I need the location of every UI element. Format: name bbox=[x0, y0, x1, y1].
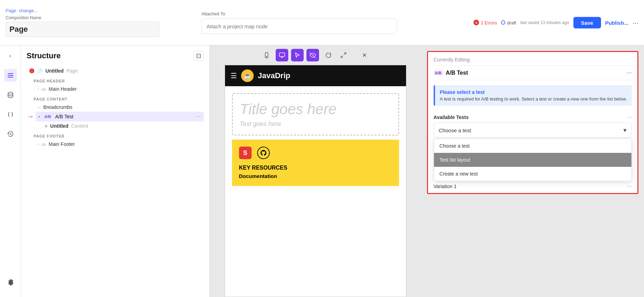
gear-icon bbox=[7, 279, 14, 286]
top-bar-right: ✕ 2 Errors draft last saved 13 minutes a… bbox=[473, 17, 638, 28]
back-button[interactable]: ‹ bbox=[4, 50, 17, 62]
page-label: Page change... bbox=[6, 8, 187, 13]
draft-circle bbox=[501, 21, 505, 25]
preview-key-resources: KEY RESOURCES bbox=[239, 165, 392, 171]
rp-ab-test-label: A/B Test bbox=[446, 70, 468, 76]
layers-button[interactable] bbox=[4, 69, 17, 82]
page-text: Page bbox=[6, 8, 16, 13]
page-footer-label: PAGE FOOTER bbox=[34, 134, 204, 138]
stripe-icon: S bbox=[239, 147, 252, 159]
rp-dropdown-menu: Choose a test Test list layout Create a … bbox=[434, 139, 632, 181]
variation-label: Variation 1 bbox=[434, 184, 457, 189]
desktop-preview-button[interactable] bbox=[276, 49, 288, 61]
braces-icon bbox=[7, 111, 14, 118]
untitled-content-label: Untitled Content bbox=[50, 123, 88, 129]
eye-slash-icon bbox=[310, 52, 316, 58]
tree-item-ab-test[interactable]: ▾ A/B A/B Test ··· bbox=[36, 112, 204, 121]
top-bar: Page change... Composition Name Attached… bbox=[0, 0, 644, 45]
rp-header: Currently Editing bbox=[428, 52, 637, 66]
back-icon: ‹ bbox=[9, 53, 11, 59]
database-button[interactable] bbox=[4, 89, 17, 101]
change-link[interactable]: change... bbox=[19, 8, 38, 13]
footer-layout-icon: ▭ bbox=[42, 142, 46, 147]
untitled-page-label: Untitled Page bbox=[45, 68, 78, 74]
tree-item-untitled-page[interactable]: ! 📄 Untitled Page bbox=[27, 66, 204, 75]
expand-button[interactable] bbox=[337, 49, 350, 61]
main-footer-label: Main Footer bbox=[49, 141, 75, 147]
expand-icon bbox=[340, 52, 347, 58]
tree-item-main-footer[interactable]: › ▭ Main Footer bbox=[27, 140, 204, 149]
ab-test-label: A/B Test bbox=[55, 114, 73, 119]
close-icon bbox=[362, 52, 367, 58]
choose-test-dropdown[interactable]: Choose a test ▾ bbox=[434, 122, 632, 138]
sidebar-header: Structure ⊡ bbox=[21, 45, 209, 64]
braces-button[interactable] bbox=[4, 108, 17, 121]
eye-slash-button[interactable] bbox=[306, 49, 319, 61]
svg-rect-1 bbox=[8, 75, 13, 76]
hamburger-icon: ☰ bbox=[231, 72, 237, 80]
sidebar-tree: ! 📄 Untitled Page PAGE HEADER › ▭ Main H… bbox=[21, 64, 209, 151]
pointer-button[interactable] bbox=[291, 49, 304, 61]
chevron-right-icon: › bbox=[38, 87, 39, 91]
preview-text: Text goes here bbox=[240, 120, 391, 128]
ab-test-more-button[interactable]: ··· bbox=[196, 113, 201, 120]
preview-toolbar bbox=[210, 45, 421, 65]
sidebar-collapse-button[interactable]: ⊡ bbox=[194, 51, 204, 61]
dropdown-option-choose[interactable]: Choose a test bbox=[434, 139, 631, 153]
variation-more-button[interactable]: ··· bbox=[627, 183, 632, 190]
preview-icons: S bbox=[239, 147, 392, 159]
draft-badge: draft bbox=[501, 20, 516, 25]
preview-nav: ☰ ☕ JavaDrip bbox=[225, 65, 406, 86]
svg-point-5 bbox=[266, 57, 267, 57]
attach-input[interactable] bbox=[201, 18, 397, 34]
preview-frame: ☰ ☕ JavaDrip Title goes here Text goes h… bbox=[225, 65, 406, 297]
settings-button[interactable] bbox=[4, 276, 17, 289]
rp-item-more-button[interactable]: ··· bbox=[627, 69, 632, 76]
desktop-icon bbox=[279, 52, 285, 58]
chevron-down-icon-ab: ▾ bbox=[38, 115, 40, 119]
tree-item-breadcrumbs[interactable]: ··· Breadcrumbs bbox=[27, 103, 204, 112]
rp-available-tests-label: Available Tests bbox=[434, 114, 469, 120]
redo-button[interactable] bbox=[322, 49, 334, 61]
rp-available-tests-more-button[interactable]: ··· bbox=[627, 114, 632, 120]
errors-dot: ✕ bbox=[473, 20, 479, 25]
attached-to-label: Attached To bbox=[201, 11, 638, 16]
preview-content: Title goes here Text goes here S KEY RES… bbox=[225, 86, 406, 193]
icon-bar-top: ‹ bbox=[4, 50, 17, 269]
mobile-icon bbox=[263, 52, 270, 58]
list-icon: ≡ bbox=[45, 124, 48, 129]
rp-dropdown-container: Choose a test ▾ Choose a test Test list … bbox=[434, 122, 632, 138]
tree-item-untitled-content[interactable]: ≡ Untitled Content bbox=[27, 121, 204, 131]
svg-rect-2 bbox=[8, 77, 13, 77]
icon-bar-bottom bbox=[4, 276, 17, 293]
page-content-label: PAGE CONTENT bbox=[34, 97, 204, 101]
history-button[interactable] bbox=[4, 128, 17, 140]
preview-title-block: Title goes here Text goes here bbox=[232, 93, 399, 135]
composition-name-label: Composition Name bbox=[6, 15, 187, 20]
layers-icon bbox=[7, 72, 14, 79]
ab-test-row: → ▾ A/B A/B Test ··· bbox=[27, 112, 204, 121]
rp-variation-row: Variation 1 ··· bbox=[428, 180, 637, 193]
preview-title: Title goes here bbox=[240, 101, 391, 118]
dropdown-option-create-new[interactable]: Create a new test bbox=[434, 167, 631, 181]
tree-item-main-header[interactable]: › ▭ Main Header bbox=[27, 84, 204, 94]
layout-icon: ▭ bbox=[42, 87, 46, 92]
error-dot: ! bbox=[29, 68, 34, 73]
preview-doc-label: Documentation bbox=[239, 173, 392, 179]
dots-icon: ··· bbox=[38, 105, 41, 110]
brand-icon: ☕ bbox=[241, 69, 254, 82]
composition-name-input[interactable] bbox=[6, 22, 159, 37]
save-button[interactable]: Save bbox=[573, 17, 601, 28]
red-arrow-icon: → bbox=[27, 112, 34, 121]
redo-icon bbox=[325, 52, 331, 58]
main-header-label: Main Header bbox=[49, 86, 77, 92]
publish-button[interactable]: Publish... bbox=[605, 20, 629, 25]
main-layout: ‹ bbox=[0, 45, 644, 297]
mobile-preview-button[interactable] bbox=[260, 49, 273, 61]
close-preview-button[interactable] bbox=[358, 49, 371, 61]
dropdown-option-test-list[interactable]: Test list layout bbox=[434, 153, 631, 167]
preview-yellow-section: S KEY RESOURCES Documentation bbox=[232, 140, 399, 186]
more-button[interactable]: ··· bbox=[632, 18, 638, 27]
brand-name: JavaDrip bbox=[258, 71, 290, 80]
rp-currently-editing: Currently Editing bbox=[434, 57, 470, 62]
